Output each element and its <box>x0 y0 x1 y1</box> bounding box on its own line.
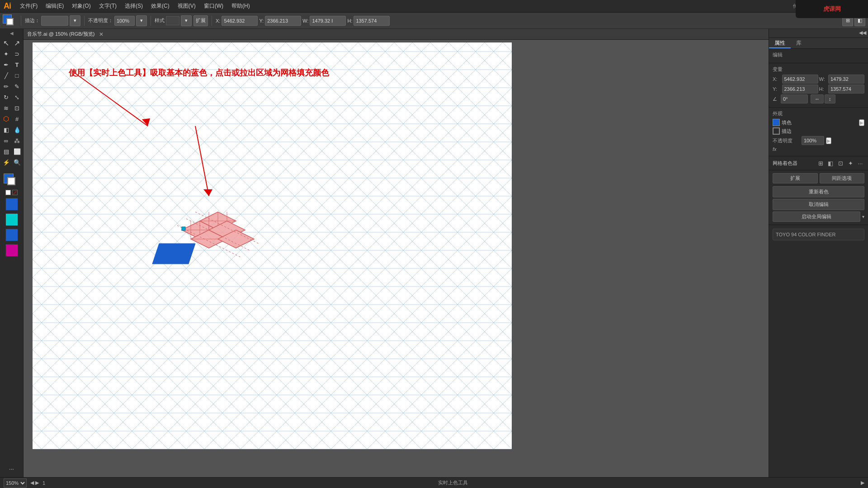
edit-section: 编辑 <box>769 49 868 63</box>
cyan-color-square[interactable] <box>5 213 18 226</box>
tool-row-6: ↻ ⤡ <box>1 92 22 102</box>
stroke-dropdown[interactable]: ▾ <box>70 15 80 26</box>
stroke-swatch[interactable] <box>773 127 780 135</box>
toolbox-collapse[interactable]: ◀ <box>10 31 14 36</box>
svg-marker-8 <box>152 244 195 264</box>
menu-edit[interactable]: 编辑(E) <box>42 1 67 11</box>
y-coord-input[interactable] <box>782 84 818 94</box>
options-btn[interactable]: 间距选项 <box>820 173 865 183</box>
quick-color-section: 扩展 间距选项 重新着色 取消编辑 启动全局编辑 ▾ <box>769 170 868 225</box>
expand-button[interactable]: 扩展 <box>193 15 208 26</box>
mesh-tool[interactable]: # <box>12 114 22 124</box>
magic-wand-tool[interactable]: ✦ <box>1 49 11 59</box>
artboard-tool[interactable]: ⬜ <box>12 146 22 156</box>
opacity-dropdown[interactable]: ▾ <box>136 15 147 26</box>
x-coord-input[interactable] <box>782 75 818 84</box>
toolbox: ◀ ↖ ↗ ✦ ⊃ ✒ T ╱ □ ✏ ✎ ↻ ⤡ ≋ ⊡ <box>0 29 24 477</box>
mesh-icon4[interactable]: ✦ <box>846 159 854 167</box>
fill-expand[interactable]: ▶ <box>859 119 864 126</box>
menu-file[interactable]: 文件(F) <box>16 1 41 11</box>
menu-view[interactable]: 视图(V) <box>174 1 199 11</box>
style-dropdown[interactable]: ▾ <box>181 15 192 26</box>
view-options[interactable]: ▶ <box>861 480 864 486</box>
menu-object[interactable]: 对象(O) <box>68 1 94 11</box>
stroke-input[interactable] <box>41 16 68 26</box>
opacity-expand[interactable]: ▶ <box>826 137 831 144</box>
select-tool[interactable]: ↖ <box>1 38 11 48</box>
live-paint-tool[interactable]: ⬡ <box>1 114 11 124</box>
menu-text[interactable]: 文字(T) <box>95 1 120 11</box>
expand-btn[interactable]: 扩展 <box>773 173 818 183</box>
h-coord-input[interactable] <box>828 84 864 94</box>
flip-v-btn[interactable]: ↕ <box>825 94 835 103</box>
none-swatch[interactable] <box>12 190 18 195</box>
white-swatch[interactable] <box>5 190 11 195</box>
y-input[interactable] <box>265 16 301 26</box>
w-input[interactable] <box>310 16 346 26</box>
stroke-color-swatch[interactable] <box>6 18 14 25</box>
right-panels: ◀◀ 属性 库 编辑 变量 X: W: Y: H: <box>769 29 868 477</box>
text-tool[interactable]: T <box>12 60 22 70</box>
w-coord-input[interactable] <box>828 75 864 84</box>
flip-h-btn[interactable]: ↔ <box>811 94 824 103</box>
blue-color-square[interactable] <box>5 198 18 211</box>
line-tool[interactable]: ╱ <box>1 70 11 80</box>
menu-help[interactable]: 帮助(H) <box>228 1 254 11</box>
global-edit-btn[interactable]: 启动全局编辑 <box>773 211 860 222</box>
panel-collapse-bar: ◀◀ <box>769 29 868 38</box>
appearance-label: 外观 <box>773 110 864 117</box>
blue-color-square-2[interactable] <box>5 229 18 241</box>
document-tab[interactable]: 音乐节.ai @ 150% (RGB/预览) <box>27 31 94 38</box>
mesh-icon3[interactable]: ⊡ <box>836 159 844 167</box>
pencil-tool[interactable]: ✎ <box>12 81 22 91</box>
fx-label: fx <box>773 146 782 152</box>
page-controls: ◀ ▶ <box>30 480 39 486</box>
status-bar: 150% ◀ ▶ 1 实时上色工具 ▶ <box>0 477 868 488</box>
angle-input[interactable] <box>781 94 808 103</box>
menu-window[interactable]: 窗口(W) <box>200 1 227 11</box>
rotate-tool[interactable]: ↻ <box>1 92 11 102</box>
slice-tool[interactable]: ⚡ <box>1 157 11 167</box>
magenta-color-square[interactable] <box>5 244 18 257</box>
mesh-more[interactable]: ··· <box>856 159 864 167</box>
pen-tool[interactable]: ✒ <box>1 60 11 70</box>
tab-library[interactable]: 库 <box>791 38 807 48</box>
canvas-area[interactable]: 使用【实时上色工具】吸取基本的蓝色，点击或拉出区域为网格填充颜色 <box>33 42 512 449</box>
direct-select-tool[interactable]: ↗ <box>12 38 22 48</box>
opacity-panel-input[interactable] <box>802 136 824 145</box>
recolor-btn[interactable]: 重新着色 <box>773 186 864 197</box>
scale-tool[interactable]: ⤡ <box>12 92 22 102</box>
blend-tool[interactable]: ∞ <box>1 136 11 145</box>
symbol-sprayer-tool[interactable]: ⁂ <box>12 136 22 145</box>
h-input[interactable] <box>354 16 390 26</box>
toyo-label: TOYO 94 COLOR FINDER <box>776 232 861 237</box>
shape-tool[interactable]: □ <box>12 70 22 80</box>
stroke-swatch-display[interactable] <box>7 177 15 185</box>
free-transform-tool[interactable]: ⊡ <box>12 103 22 113</box>
document-close[interactable]: ✕ <box>99 31 104 38</box>
h-coord-label: H: <box>819 86 828 92</box>
tab-properties[interactable]: 属性 <box>769 38 791 48</box>
zoom-tool[interactable]: 🔍 <box>12 157 22 167</box>
lasso-tool[interactable]: ⊃ <box>12 49 22 59</box>
opacity-input[interactable] <box>114 16 135 26</box>
transform-section: 变量 X: W: Y: H: ∠ ↔ ↕ <box>769 63 868 108</box>
zoom-select[interactable]: 150% <box>4 479 27 488</box>
canvas-wrapper: 音乐节.ai @ 150% (RGB/预览) ✕ <box>24 29 769 477</box>
panel-collapse-btn[interactable]: ◀◀ <box>859 30 866 37</box>
style-preview[interactable] <box>166 16 179 25</box>
warp-tool[interactable]: ≋ <box>1 103 11 113</box>
x-input[interactable] <box>222 16 258 26</box>
column-graph-tool[interactable]: ▤ <box>1 146 11 156</box>
more-tools-btn[interactable]: ··· <box>7 464 17 474</box>
stop-edit-btn[interactable]: 取消编辑 <box>773 199 864 210</box>
gradient-tool[interactable]: ◧ <box>1 125 11 135</box>
menu-effect[interactable]: 效果(C) <box>147 1 173 11</box>
eyedropper-tool[interactable]: 💧 <box>12 125 22 135</box>
paintbrush-tool[interactable]: ✏ <box>1 81 11 91</box>
global-edit-expand[interactable]: ▾ <box>862 214 864 219</box>
menu-select[interactable]: 选择(S) <box>121 1 146 11</box>
mesh-icon2[interactable]: ◧ <box>826 159 835 167</box>
fill-swatch[interactable] <box>773 119 780 126</box>
mesh-icon1[interactable]: ⊞ <box>816 159 825 167</box>
